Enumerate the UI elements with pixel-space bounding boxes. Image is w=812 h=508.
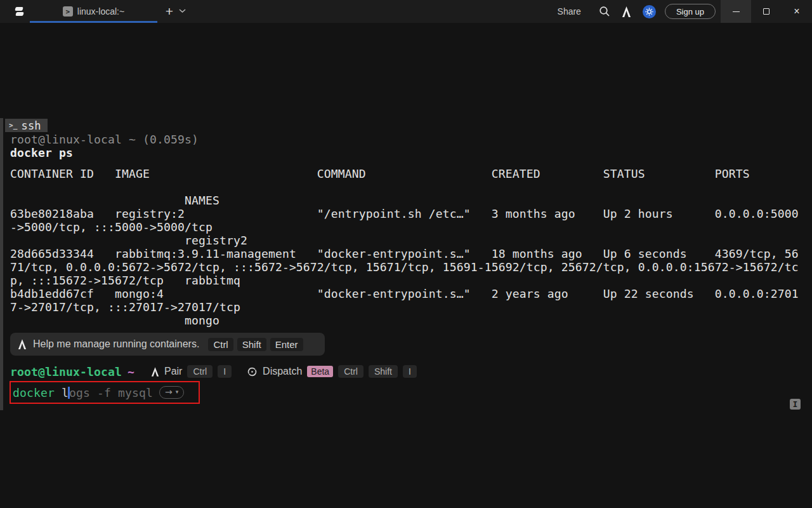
insert-mode-key-hint: I <box>790 399 801 410</box>
output-line: b4db1edd67cf mongo:4 "docker-entrypoint.… <box>10 287 799 300</box>
right-arrow-icon: → <box>165 387 173 397</box>
input-typed-text: l <box>55 386 69 399</box>
dispatch-icon <box>247 366 258 377</box>
ai-suggestion-bar[interactable]: Help me manage running containers. Ctrl … <box>10 333 325 356</box>
key-ctrl: Ctrl <box>338 365 363 378</box>
tab-linux-local[interactable]: > linux-local:~ <box>30 0 157 23</box>
terminal-prompt-icon: >_ <box>9 121 18 130</box>
key-i: I <box>218 365 232 378</box>
warp-logo-icon <box>13 6 25 17</box>
minimize-button[interactable] <box>721 0 751 23</box>
executed-command[interactable]: docker ps <box>10 146 73 159</box>
warp-ai-icon <box>151 367 159 377</box>
pair-button[interactable]: Pair Ctrl I <box>151 365 232 378</box>
minimize-icon <box>733 11 740 12</box>
command-input-highlight[interactable]: docker logs -f mysql → ▾ <box>10 381 200 404</box>
input-command-token: docker <box>13 386 55 399</box>
output-line: mongo <box>10 314 799 327</box>
key-shift: Shift <box>237 338 266 351</box>
output-line: registry2 <box>10 234 799 247</box>
maximize-icon <box>763 8 769 15</box>
maximize-button[interactable] <box>751 0 782 23</box>
close-button[interactable]: × <box>782 0 812 23</box>
output-line: CONTAINER ID IMAGE COMMAND CREATED STATU… <box>10 167 799 180</box>
output-line: 28d665d33344 rabbitmq:3.9.11-management … <box>10 247 799 260</box>
titlebar-right: Share <box>558 0 812 23</box>
pair-label: Pair <box>164 366 182 377</box>
new-tab-button[interactable]: + <box>161 3 178 20</box>
active-tab-indicator <box>30 21 157 23</box>
ai-suggestion-text: Help me manage running containers. <box>33 338 199 350</box>
tab-list-chevron-icon[interactable] <box>179 8 186 13</box>
prompt-cwd: ~ <box>128 365 134 378</box>
input-autosuggestion: ogs -f mysql <box>69 386 153 399</box>
signup-button[interactable]: Sign up <box>665 4 716 19</box>
docker-ps-output: CONTAINER ID IMAGE COMMAND CREATED STATU… <box>10 167 799 327</box>
command-input[interactable]: docker logs -f mysql <box>13 386 153 399</box>
titlebar: > linux-local:~ + Share <box>0 0 812 23</box>
key-i: I <box>403 365 417 378</box>
accept-suggestion-pill[interactable]: → ▾ <box>159 386 184 399</box>
warp-ai-icon[interactable] <box>622 6 631 17</box>
output-line: ->5000/tcp, :::5000->5000/tcp <box>10 220 799 234</box>
share-button[interactable]: Share <box>558 6 581 17</box>
key-enter: Enter <box>270 338 303 351</box>
tab-title: linux-local:~ <box>77 6 124 17</box>
settings-icon[interactable] <box>643 5 656 18</box>
dispatch-button[interactable]: Dispatch Beta Ctrl Shift I <box>247 365 417 378</box>
close-icon: × <box>794 6 799 17</box>
ai-suggestion-shortcut: Ctrl Shift Enter <box>208 338 303 351</box>
output-line: 63be80218aba registry:2 "/entrypoint.sh … <box>10 207 799 220</box>
ssh-session-badge[interactable]: >_ ssh <box>5 119 48 132</box>
search-icon[interactable] <box>599 6 610 17</box>
output-line <box>10 180 799 194</box>
ssh-badge-label: ssh <box>22 119 41 132</box>
output-line: NAMES <box>10 194 799 207</box>
block-indicator-strip <box>0 118 3 410</box>
dispatch-label: Dispatch <box>263 366 302 377</box>
warp-ai-icon <box>18 339 27 349</box>
key-ctrl: Ctrl <box>187 365 213 378</box>
output-line: 71/tcp, 0.0.0.0:5672->5672/tcp, :::5672-… <box>10 260 799 274</box>
ssh-tab-icon: > <box>63 6 73 17</box>
chevron-down-icon: ▾ <box>176 389 179 395</box>
output-line: p, :::15672->15672/tcp rabbitmq <box>10 274 799 287</box>
key-ctrl: Ctrl <box>208 338 233 351</box>
beta-badge: Beta <box>307 366 333 377</box>
prompt-meta-line: root@linux-local ~ (0.059s) <box>10 133 199 146</box>
output-line: 7->27017/tcp, :::27017->27017/tcp <box>10 300 799 314</box>
prompt-row: root@linux-local ~ Pair Ctrl I Dispatch … <box>10 363 417 380</box>
prompt-user-host: root@linux-local <box>10 365 122 378</box>
key-shift: Shift <box>369 365 398 378</box>
